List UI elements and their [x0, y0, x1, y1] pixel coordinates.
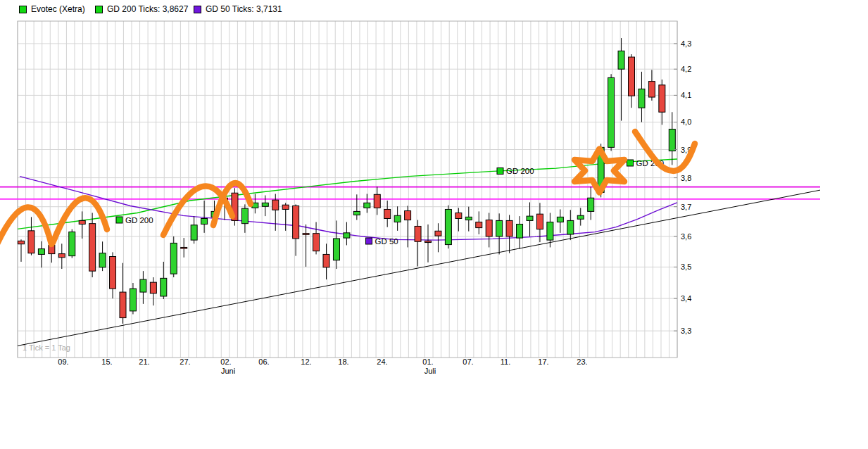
candle — [648, 70, 655, 101]
x-tick-label: 06. — [258, 358, 269, 366]
y-tick-label: 3,3 — [681, 327, 691, 335]
candle — [618, 38, 624, 120]
ma-label-marker — [627, 160, 634, 166]
candle — [303, 224, 309, 267]
gd50-line — [20, 177, 677, 241]
candle — [445, 205, 451, 249]
candle — [394, 206, 401, 231]
x-tick-label: 09. — [58, 358, 68, 366]
x-tick-label: 01. — [422, 358, 433, 366]
legend-item-gd200: GD 200 Ticks: 3,8627 — [95, 5, 188, 13]
ma-label-text: GD 200 — [125, 216, 153, 224]
candle — [486, 213, 492, 247]
ma-label-marker — [116, 217, 122, 223]
x-tick-label: 15. — [101, 358, 112, 366]
candle — [28, 217, 34, 255]
candle — [588, 186, 594, 220]
candle — [415, 220, 421, 267]
candle — [262, 196, 268, 217]
candle — [567, 210, 574, 240]
candle — [353, 194, 360, 220]
y-tick-label: 4,3 — [681, 39, 691, 48]
candle — [323, 244, 329, 279]
y-tick-label: 3,7 — [681, 203, 691, 211]
candle — [517, 216, 523, 249]
candle — [384, 201, 391, 227]
x-tick-label: 23. — [577, 358, 587, 366]
ma-label-marker — [497, 168, 503, 175]
series-swatch-gd200 — [95, 6, 103, 13]
candle — [282, 203, 289, 231]
y-tick-label: 3,8 — [681, 174, 691, 182]
candle — [374, 186, 380, 215]
ma-label-marker — [366, 238, 372, 244]
tick-unit-note: 1 Tick = 1 Tag — [23, 343, 70, 352]
y-tick-label: 4,2 — [681, 65, 691, 73]
candle — [455, 208, 462, 231]
candle — [241, 204, 248, 232]
candle — [18, 239, 25, 262]
candle — [130, 283, 136, 314]
legend-item-evotec: Evotec (Xetra) — [19, 5, 85, 13]
candle — [639, 72, 645, 122]
candle — [99, 241, 106, 271]
candle — [110, 252, 116, 298]
candle — [364, 194, 370, 213]
ma-label-text: GD 200 — [506, 167, 534, 175]
candle — [232, 188, 238, 225]
candle — [69, 229, 75, 258]
candle — [201, 201, 208, 233]
chart-window: GD 200GD 200GD 200GD 504,34,24,14,03,93,… — [0, 0, 868, 449]
x-tick-sublabel: Juli — [424, 367, 436, 375]
candle — [476, 211, 482, 234]
x-tick-sublabel: Juni — [221, 367, 235, 375]
candle — [435, 223, 441, 252]
x-tick-label: 18. — [338, 358, 348, 366]
x-tick-label: 17. — [538, 358, 548, 366]
candle — [58, 244, 65, 269]
trend-line — [18, 190, 820, 346]
plot-border — [18, 21, 677, 358]
candle — [405, 205, 411, 247]
candle — [425, 224, 432, 263]
candle — [608, 74, 615, 151]
y-tick-label: 4,1 — [681, 91, 691, 99]
x-tick-label: 12. — [301, 358, 311, 366]
x-tick-label: 02. — [220, 358, 231, 366]
candle — [191, 216, 197, 244]
candle — [506, 215, 512, 253]
legend-label-gd50: GD 50 Ticks: 3,7131 — [206, 4, 282, 14]
legend-label-evotec: Evotec (Xetra) — [31, 4, 85, 14]
candle — [120, 263, 126, 324]
candle — [313, 222, 320, 255]
legend-label-gd200: GD 200 Ticks: 3,8627 — [107, 4, 188, 14]
x-tick-label: 24. — [377, 358, 387, 366]
y-tick-label: 4,0 — [681, 118, 691, 126]
x-tick-label: 11. — [501, 358, 510, 366]
price-chart: GD 200GD 200GD 200GD 504,34,24,14,03,93,… — [0, 0, 868, 449]
x-tick-label: 07. — [463, 358, 473, 366]
candle — [465, 207, 472, 232]
candle — [293, 204, 299, 255]
candle — [344, 222, 350, 246]
candle — [557, 209, 563, 232]
candle — [140, 271, 146, 304]
candle — [181, 238, 187, 258]
ma-label-text: GD 50 — [375, 237, 398, 246]
series-swatch-evotec — [19, 6, 27, 13]
candle — [79, 211, 85, 239]
candle — [150, 277, 156, 305]
candle — [38, 241, 44, 267]
legend-item-gd50: GD 50 Ticks: 3,7131 — [194, 5, 282, 13]
x-tick-label: 21. — [139, 358, 149, 366]
y-tick-label: 3,6 — [681, 232, 691, 241]
candle — [629, 54, 635, 108]
series-swatch-gd50 — [194, 6, 201, 13]
candle — [577, 208, 584, 225]
candle — [659, 80, 665, 125]
candle — [170, 236, 177, 277]
y-tick-label: 3,5 — [681, 263, 691, 271]
x-tick-label: 27. — [180, 358, 190, 366]
candle — [89, 213, 96, 277]
candle — [496, 213, 503, 254]
